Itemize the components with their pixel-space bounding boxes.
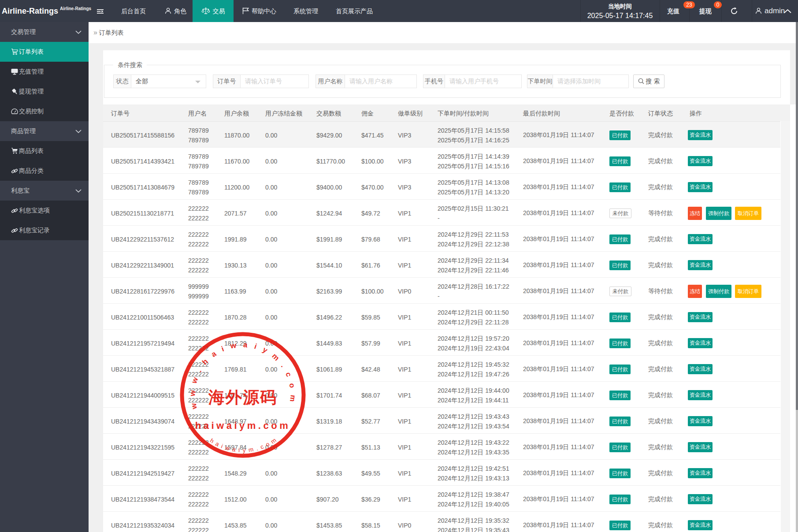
- svg-text:海外源码: 海外源码: [208, 388, 277, 406]
- svg-text:haiwaiym.com: haiwaiym.com: [195, 420, 290, 431]
